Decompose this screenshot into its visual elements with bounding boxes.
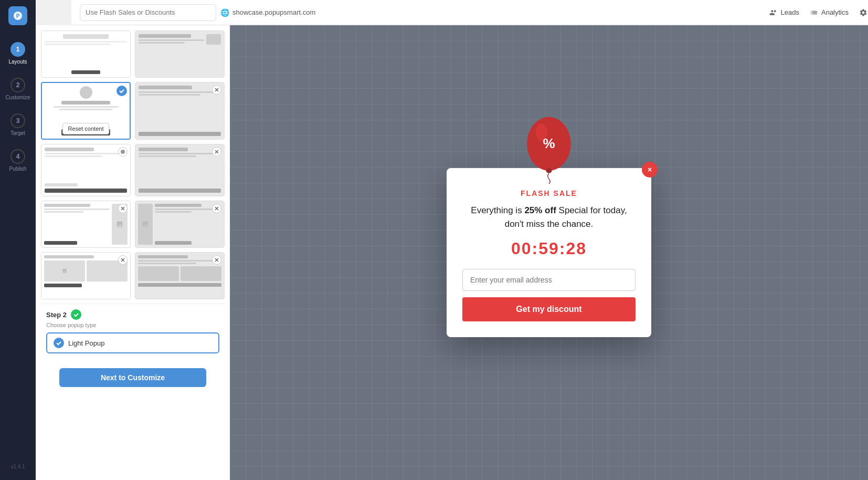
step-circle-2: 2	[10, 78, 25, 92]
analytics-label: Analytics	[821, 8, 849, 16]
nav-step-label-publish: Publish	[9, 166, 27, 172]
popup-type-select[interactable]: Light Popup	[46, 332, 219, 353]
layout-close-5[interactable]	[118, 147, 128, 156]
account-button[interactable]: Account	[859, 8, 868, 17]
top-bar-actions: Leads Analytics Account	[769, 8, 868, 17]
layout-close-6[interactable]	[212, 147, 221, 156]
popup-balloon: %	[520, 116, 578, 184]
svg-text:P: P	[16, 13, 20, 19]
search-input[interactable]	[80, 4, 216, 21]
layout-thumb-1	[41, 31, 130, 77]
layout-thumb-4	[135, 82, 224, 139]
url-display: 🌐 showcase.popupsmart.com	[220, 8, 315, 17]
layout-item-1[interactable]	[41, 30, 131, 78]
step2-header: Step 2	[46, 309, 219, 320]
popup-cta-button[interactable]: Get my discount	[462, 297, 636, 321]
popup-close-button[interactable]: ×	[642, 162, 658, 178]
layout-item-7[interactable]	[41, 201, 131, 248]
main-content: Reset content	[36, 25, 868, 480]
account-icon	[859, 8, 867, 17]
layout-thumb-10	[135, 253, 224, 299]
svg-point-4	[121, 150, 125, 154]
step2-subtitle: Choose popup type	[46, 322, 219, 328]
popup-modal: % × FLASH SALE Everything is 25% off Spe…	[447, 168, 651, 337]
layout-thumb-2	[135, 31, 224, 77]
popup-email-input[interactable]	[462, 269, 636, 291]
layout-close-7[interactable]	[118, 204, 128, 213]
layout-selected-check	[117, 86, 127, 96]
popup-text-bold: 25% off	[524, 205, 556, 215]
popup-flash-label: FLASH SALE	[462, 189, 636, 197]
layout-row-4	[41, 201, 225, 248]
layout-item-2[interactable]	[135, 30, 225, 78]
app-logo: P	[8, 6, 27, 25]
reset-content-button[interactable]: Reset content	[62, 123, 110, 134]
leads-button[interactable]: Leads	[769, 8, 799, 17]
popup-main-text: Everything is 25% off Special for today,…	[462, 204, 636, 231]
step2-title: Step 2	[46, 311, 67, 319]
popup-type-label: Light Popup	[68, 339, 104, 347]
nav-step-layouts[interactable]: 1 Layouts	[0, 38, 36, 69]
layout-close-4[interactable]	[212, 85, 221, 95]
leads-icon	[769, 8, 778, 17]
layout-row-1	[41, 30, 225, 78]
analytics-icon	[810, 8, 818, 17]
globe-icon: 🌐	[220, 8, 229, 17]
popup-timer: 00:59:28	[462, 239, 636, 258]
layout-row-5	[41, 252, 225, 299]
app-version: v1.4.1	[10, 464, 25, 474]
layout-row-3	[41, 144, 225, 196]
nav-step-label-layouts: Layouts	[8, 59, 27, 65]
nav-step-publish[interactable]: 4 Publish	[0, 145, 36, 176]
next-to-customize-button[interactable]: Next to Customize	[59, 368, 206, 387]
layout-thumb-9	[41, 253, 130, 299]
layout-close-9[interactable]	[118, 255, 128, 265]
layout-close-8[interactable]	[212, 204, 221, 213]
layout-item-4[interactable]	[135, 82, 225, 140]
leads-label: Leads	[781, 8, 799, 16]
analytics-button[interactable]: Analytics	[810, 8, 849, 17]
layout-item-selected[interactable]: Reset content	[41, 82, 131, 140]
url-text: showcase.popupsmart.com	[232, 8, 315, 16]
layout-item-6[interactable]	[135, 144, 225, 196]
layouts-panel: Reset content	[36, 25, 230, 480]
svg-text:%: %	[543, 135, 555, 151]
layout-thumb-8	[135, 201, 224, 247]
canvas-area: % × FLASH SALE Everything is 25% off Spe…	[230, 25, 868, 480]
step2-check-icon	[71, 309, 81, 320]
nav-step-customize[interactable]: 2 Customize	[0, 74, 36, 105]
layout-thumb-5	[41, 144, 130, 196]
step-circle-1: 1	[10, 42, 25, 57]
popup-close-label: ×	[648, 165, 652, 174]
top-bar: 🌐 showcase.popupsmart.com Leads Analytic…	[71, 0, 868, 25]
svg-point-18	[546, 168, 552, 173]
layout-item-8[interactable]	[135, 201, 225, 248]
avatar-thumb	[80, 86, 92, 99]
sidebar-navigation: P 1 Layouts 2 Customize 3 Target 4 Publi…	[0, 0, 36, 480]
layout-thumb-7	[41, 201, 130, 247]
layout-item-5[interactable]	[41, 144, 131, 196]
layout-item-9[interactable]	[41, 252, 131, 299]
layout-thumb-6	[135, 144, 224, 196]
popup-type-check-icon	[54, 338, 64, 348]
step-circle-4: 4	[10, 149, 25, 164]
nav-step-target[interactable]: 3 Target	[0, 109, 36, 141]
nav-step-label-target: Target	[10, 130, 25, 137]
popup-text-prefix: Everything is	[471, 205, 524, 215]
nav-step-label-customize: Customize	[5, 95, 30, 101]
layout-close-10[interactable]	[212, 255, 221, 265]
layout-item-10[interactable]	[135, 252, 225, 299]
step-circle-3: 3	[10, 113, 25, 128]
step2-section: Step 2 Choose popup type Light Popup	[41, 304, 225, 359]
layout-row-2: Reset content	[41, 82, 225, 140]
